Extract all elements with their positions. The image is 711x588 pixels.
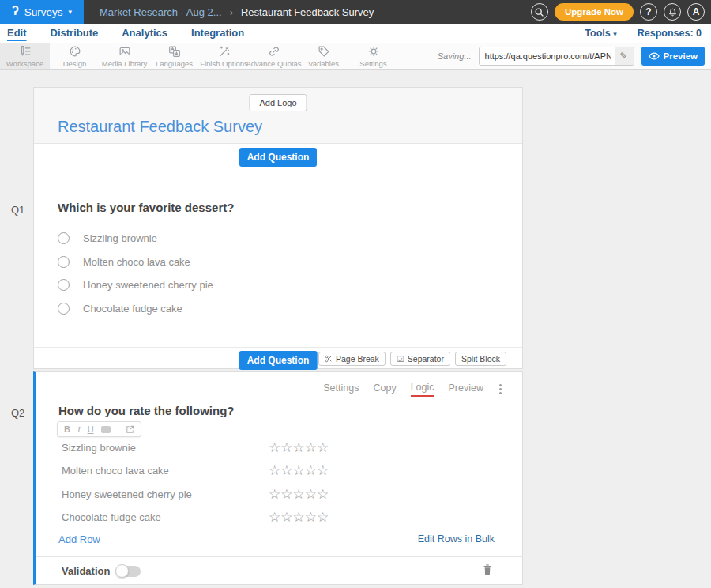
q2-row-links: Add Row Edit Rows in Bulk [58,530,495,548]
separator-icon [397,355,404,363]
design-palette-icon [68,44,82,58]
variables-tag-icon [317,44,331,58]
breadcrumb-project[interactable]: Market Research - Aug 2... [100,6,222,18]
survey-block-1: Add Logo Restaurant Feedback Survey Add … [33,87,523,369]
row-label[interactable]: Chocolate fudge cake [62,511,269,523]
breadcrumb-survey: Restaurant Feedback Survey [241,6,374,18]
eye-icon [649,52,660,60]
toolbar-item-label: Advance Quotas [246,59,301,68]
row-label[interactable]: Honey sweetened cherry pie [62,488,269,500]
q2-copy-link[interactable]: Copy [373,383,396,396]
insert-image-icon[interactable] [101,426,111,433]
radio-button-icon[interactable] [58,232,70,244]
split-block-label: Split Block [461,354,500,364]
q2-logic-link[interactable]: Logic [411,382,434,397]
search-button[interactable] [531,3,548,21]
q1-option-3[interactable]: Honey sweetened cherry pie [58,273,213,297]
question-number-q2: Q2 [11,407,24,419]
q1-question-text[interactable]: Which is your favorite dessert? [58,201,234,214]
star-rating-icons[interactable]: ☆☆☆☆☆ [269,462,329,479]
page-break-button[interactable]: Page Break [318,352,386,366]
tab-distribute[interactable]: Distribute [51,27,99,40]
bold-button[interactable]: B [64,425,70,434]
chevron-down-icon: ▾ [69,8,73,16]
surveys-menu-label: Surveys [24,6,63,18]
preview-button[interactable]: Preview [641,47,705,66]
toolbar-item-variables[interactable]: Variables [299,43,348,69]
split-block-button[interactable]: Split Block [455,352,506,366]
external-link-icon[interactable] [126,425,134,434]
survey-block-2-selected: Settings Copy Logic Preview How do you r… [33,371,523,585]
add-row-link[interactable]: Add Row [58,533,100,545]
toolbar-item-settings[interactable]: Settings [348,43,398,69]
tab-edit[interactable]: Edit [7,27,27,40]
option-label: Chocolate fudge cake [83,303,182,315]
q1-option-2[interactable]: Molten choco lava cake [58,251,213,274]
radio-button-icon[interactable] [58,256,70,268]
survey-header: Add Logo Restaurant Feedback Survey [34,88,522,144]
delete-question-button[interactable] [482,564,493,579]
advance-quotas-chain-icon [267,44,281,58]
editor-toolbar: Workspace Design Media Library Languages… [0,43,711,70]
toolbar-item-label: Finish Options [200,59,248,68]
breadcrumb: Market Research - Aug 2... › Restaurant … [100,6,374,18]
row-label[interactable]: Sizzling brownie [62,442,269,454]
notifications-button[interactable] [664,3,681,21]
toolbar-item-label: Variables [308,59,339,68]
add-question-button-top[interactable]: Add Question [239,148,318,167]
q2-question-text[interactable]: How do you rate the following? [58,404,235,417]
tools-menu[interactable]: Tools ▾ [585,28,616,39]
underline-button[interactable]: U [88,425,94,434]
q2-footer: Validation [36,556,522,586]
separator-label: Separator [408,354,444,364]
toolbar-right: Saving... ✎ Preview [438,43,711,69]
toolbar-item-languages[interactable]: Languages [149,43,199,69]
option-label: Honey sweetened cherry pie [83,279,213,291]
account-avatar[interactable]: A [687,3,705,21]
rating-row-4: Chocolate fudge cake ☆☆☆☆☆ [62,506,504,529]
toolbar-item-advance-quotas[interactable]: Advance Quotas [249,43,299,69]
toolbar-item-design[interactable]: Design [50,43,100,69]
star-rating-icons[interactable]: ☆☆☆☆☆ [269,486,329,503]
star-rating-icons[interactable]: ☆☆☆☆☆ [269,439,329,456]
toolbar-item-label: Languages [156,59,193,68]
validation-toggle[interactable] [117,566,141,577]
edit-rows-in-bulk-link[interactable]: Edit Rows in Bulk [418,533,495,545]
separator-button[interactable]: Separator [390,352,450,366]
toolbar-item-finish-options[interactable]: Finish Options [199,43,249,69]
search-icon [534,7,544,17]
survey-canvas: Q1 Q2 Add Logo Restaurant Feedback Surve… [0,72,711,588]
responses-count[interactable]: Responses: 0 [638,28,702,39]
q1-option-1[interactable]: Sizzling brownie [58,227,213,251]
q2-preview-link[interactable]: Preview [449,383,483,396]
row-label[interactable]: Molten choco lava cake [62,465,269,477]
q2-settings-link[interactable]: Settings [323,383,359,396]
survey-url-box: ✎ [479,47,634,66]
add-logo-button[interactable]: Add Logo [249,94,307,111]
page-break-label: Page Break [336,354,379,364]
tab-analytics[interactable]: Analytics [122,27,167,40]
toolbar-item-label: Media Library [102,59,148,68]
survey-url-input[interactable] [480,51,615,61]
tab-integration[interactable]: Integration [191,27,244,40]
edit-url-pencil-icon[interactable]: ✎ [615,47,634,65]
toolbar-item-workspace[interactable]: Workspace [0,43,50,69]
survey-title[interactable]: Restaurant Feedback Survey [58,118,262,136]
toolbar-item-label: Settings [359,59,386,68]
italic-button[interactable]: I [77,425,81,434]
help-button[interactable]: ? [640,3,657,21]
toolbar-item-media-library[interactable]: Media Library [100,43,149,69]
add-question-button-bottom[interactable]: Add Question [239,351,318,370]
radio-button-icon[interactable] [58,303,70,315]
surveys-menu[interactable]: ʔ Surveys ▾ [0,0,84,24]
more-options-icon[interactable] [498,383,503,396]
survey-editor-app: ʔ Surveys ▾ Market Research - Aug 2... ›… [0,0,711,588]
toggle-knob[interactable] [115,564,129,578]
question-number-q1: Q1 [11,204,24,216]
star-rating-icons[interactable]: ☆☆☆☆☆ [269,509,329,526]
upgrade-now-button[interactable]: Upgrade Now [555,3,634,21]
radio-button-icon[interactable] [58,279,70,291]
q1-option-4[interactable]: Chocolate fudge cake [58,297,213,321]
breadcrumb-separator-icon: › [230,6,233,18]
validation-label: Validation [62,565,110,577]
